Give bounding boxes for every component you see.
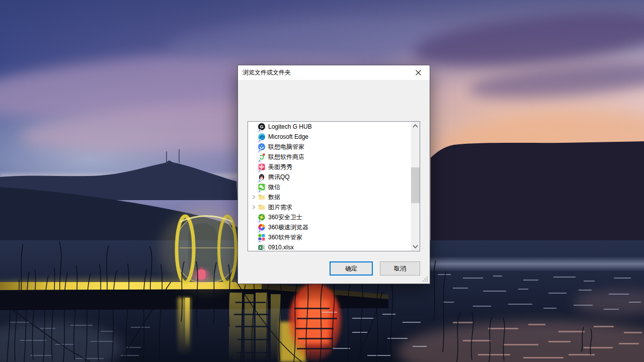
360-safe-icon — [258, 214, 265, 221]
desktop: 浏览文件或文件夹 G Logitech G HUB Microsoft Edge — [0, 0, 644, 362]
list-item[interactable]: 微信 — [248, 182, 411, 192]
edge-icon — [258, 133, 265, 140]
360-browser-icon — [258, 224, 265, 231]
360-manager-icon — [258, 234, 265, 241]
vertical-scrollbar[interactable] — [411, 122, 420, 251]
list-item-label: 360安全卫士 — [268, 213, 302, 222]
list-item[interactable]: 联想软件商店 — [248, 152, 411, 162]
list-item[interactable]: 腾讯QQ — [248, 172, 411, 182]
expander-chevron-icon[interactable] — [250, 163, 258, 170]
chevron-down-icon — [413, 245, 418, 248]
scrollbar-thumb[interactable] — [411, 167, 420, 203]
lenovo-pc-manager-icon — [258, 143, 265, 150]
file-tree-listbox: G Logitech G HUB Microsoft Edge 联想电脑管家 联… — [248, 121, 420, 251]
excel-icon: X — [258, 244, 265, 251]
list-item[interactable]: 360极速浏览器 — [248, 222, 411, 232]
wechat-icon — [258, 184, 265, 191]
list-item-label: 360极速浏览器 — [268, 223, 308, 232]
shortcut-arrow-overlay — [258, 157, 261, 161]
dialog-title: 浏览文件或文件夹 — [238, 68, 407, 77]
resize-grip[interactable] — [422, 276, 428, 282]
shortcut-arrow-overlay — [258, 228, 261, 231]
browse-dialog: 浏览文件或文件夹 G Logitech G HUB Microsoft Edge — [237, 65, 430, 284]
shortcut-arrow-overlay — [258, 147, 261, 151]
expander-chevron-icon[interactable] — [250, 204, 258, 211]
list-item[interactable]: 360软件管家 — [248, 232, 411, 242]
expander-chevron-icon[interactable] — [250, 194, 258, 201]
close-button[interactable] — [407, 65, 430, 80]
list-item-label: Microsoft Edge — [268, 133, 308, 140]
list-item[interactable]: 图片需求 — [248, 202, 411, 212]
qq-icon — [258, 173, 265, 180]
list-item-label: 0910.xlsx — [268, 244, 294, 251]
chevron-up-icon — [413, 124, 418, 128]
expander-chevron-icon[interactable] — [250, 143, 258, 150]
expander-chevron-icon[interactable] — [250, 244, 258, 251]
expander-chevron-icon[interactable] — [250, 153, 258, 160]
list-item-label: 联想软件商店 — [268, 153, 304, 161]
shortcut-arrow-overlay — [258, 218, 261, 221]
shortcut-arrow-overlay — [258, 167, 261, 171]
list-item[interactable]: 数据 — [248, 192, 411, 202]
expander-chevron-icon[interactable] — [250, 184, 258, 191]
list-item[interactable]: 联想电脑管家 — [248, 142, 411, 152]
list-item-label: Logitech G HUB — [268, 123, 312, 130]
expander-chevron-icon[interactable] — [250, 133, 258, 140]
expander-chevron-icon[interactable] — [250, 123, 258, 130]
expander-chevron-icon[interactable] — [250, 173, 258, 180]
shortcut-arrow-overlay — [258, 177, 261, 181]
list-item[interactable]: 美图秀秀 — [248, 162, 411, 172]
list-item-label: 联想电脑管家 — [268, 143, 304, 151]
list-item-label: 数据 — [268, 193, 280, 202]
list-item-label: 美图秀秀 — [268, 163, 292, 171]
svg-text:X: X — [259, 245, 262, 250]
list-item[interactable]: G Logitech G HUB — [248, 122, 411, 132]
cancel-button[interactable]: 取消 — [380, 261, 420, 276]
lenovo-store-icon — [258, 153, 265, 160]
list-item-label: 360软件管家 — [268, 233, 302, 242]
list-item-label: 腾讯QQ — [268, 173, 290, 182]
list-item[interactable]: 360安全卫士 — [248, 212, 411, 222]
scrollbar-down-button[interactable] — [411, 242, 420, 251]
expander-chevron-icon[interactable] — [250, 214, 258, 221]
folder-icon — [258, 194, 265, 201]
shortcut-arrow-overlay — [258, 238, 261, 241]
scrollbar-up-button[interactable] — [411, 122, 420, 130]
meitu-icon — [258, 163, 265, 170]
list-item[interactable]: Microsoft Edge — [248, 132, 411, 142]
logitech-icon: G — [258, 123, 265, 130]
list-item-label: 微信 — [268, 183, 280, 192]
close-icon — [416, 70, 421, 75]
shortcut-arrow-overlay — [258, 188, 261, 191]
expander-chevron-icon[interactable] — [250, 234, 258, 241]
file-tree-rows: G Logitech G HUB Microsoft Edge 联想电脑管家 联… — [248, 122, 411, 251]
shortcut-arrow-overlay — [258, 127, 261, 131]
dialog-title-bar[interactable]: 浏览文件或文件夹 — [238, 65, 430, 80]
folder-icon — [258, 204, 265, 211]
list-item-label: 图片需求 — [268, 203, 292, 212]
list-item[interactable]: X 0910.xlsx — [248, 242, 411, 251]
expander-chevron-icon[interactable] — [250, 224, 258, 231]
mountain-right — [431, 141, 644, 244]
shortcut-arrow-overlay — [258, 137, 261, 141]
ok-button[interactable]: 确定 — [330, 261, 373, 276]
